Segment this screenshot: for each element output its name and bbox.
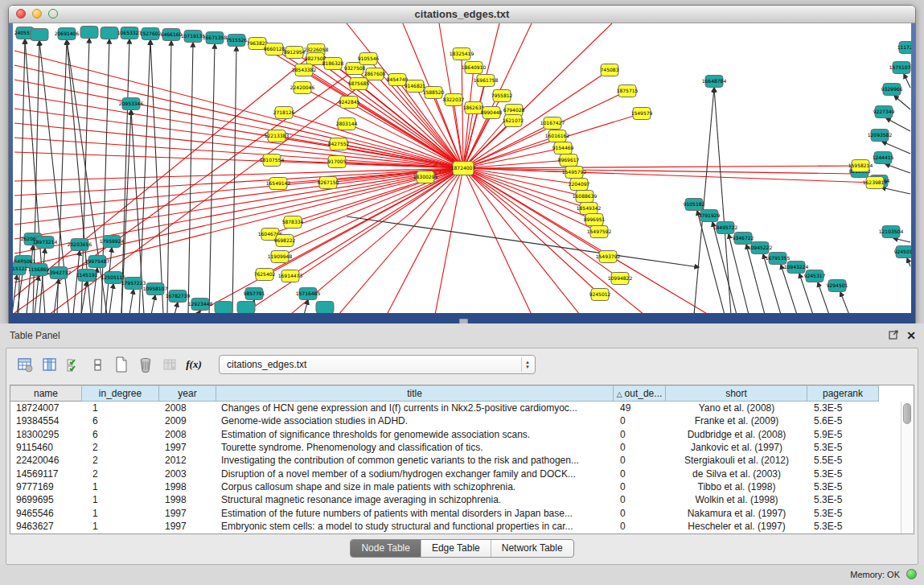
graph-edge[interactable]	[463, 168, 875, 183]
table-cell[interactable]: 9115460	[10, 441, 82, 454]
table-cell[interactable]: 5.3E-5	[807, 493, 879, 506]
table-cell[interactable]: 0	[614, 507, 666, 520]
show-columns-checklist-icon[interactable]	[63, 354, 84, 375]
table-cell[interactable]: 1997	[159, 507, 216, 520]
table-cell[interactable]: 2003	[159, 468, 216, 480]
table-cell[interactable]: 5.3E-5	[807, 468, 879, 480]
column-header-pagerank[interactable]: pagerank	[807, 385, 879, 402]
network-canvas[interactable]: 2405572206914061065332715276026466160107…	[13, 23, 911, 313]
table-row[interactable]: 946362711997Embryonic stem cells: a mode…	[10, 520, 901, 533]
graph-edge[interactable]	[14, 51, 463, 168]
column-header-short[interactable]: short	[666, 385, 807, 402]
table-cell[interactable]: Estimation of significance thresholds fo…	[216, 428, 614, 441]
graph-edge[interactable]	[347, 216, 699, 267]
table-row[interactable]: 1938455462009Genome-wide association stu…	[10, 414, 901, 427]
table-cell[interactable]: Hescheler et al. (1997)	[666, 520, 807, 533]
table-cell[interactable]: 9699695	[10, 493, 82, 506]
table-cell[interactable]: de Silva et al. (2003)	[666, 468, 807, 480]
zoom-window-button[interactable]	[48, 9, 58, 19]
table-row[interactable]: 969969511998Structural magnetic resonanc…	[10, 493, 901, 506]
table-cell[interactable]: Wolkin et al. (1998)	[666, 493, 807, 506]
graph-node[interactable]	[80, 27, 98, 39]
tab-network-table[interactable]: Network Table	[491, 540, 573, 557]
table-row[interactable]: 911546021997Tourette syndrome. Phenomeno…	[10, 441, 901, 454]
table-cell[interactable]: Genome-wide association studies in ADHD.	[216, 414, 614, 427]
table-row[interactable]: 1872400712008Changes of HCN gene express…	[10, 402, 901, 414]
graph-edge[interactable]	[435, 168, 463, 313]
graph-edge[interactable]	[284, 113, 463, 168]
graph-edge[interactable]	[463, 91, 627, 168]
table-cell[interactable]: 1	[82, 520, 159, 533]
graph-edge[interactable]	[463, 166, 860, 168]
table-cell[interactable]: Embryonic stem cells: a model to study s…	[216, 520, 614, 533]
table-cell[interactable]: 0	[614, 454, 666, 467]
table-cell[interactable]: 0	[614, 480, 666, 493]
graph-edge[interactable]	[73, 251, 80, 313]
stacked-rows-icon[interactable]	[87, 354, 108, 375]
table-cell[interactable]: 5.9E-5	[807, 428, 879, 441]
graph-edge[interactable]	[893, 238, 910, 242]
table-cell[interactable]: 2	[82, 454, 159, 467]
table-cell[interactable]: 0	[614, 414, 666, 427]
table-scrollbar[interactable]	[901, 402, 914, 534]
table-cell[interactable]: 1	[82, 493, 159, 506]
table-cell[interactable]: 6	[82, 428, 159, 441]
graph-edge[interactable]	[907, 258, 910, 266]
table-cell[interactable]: Tourette syndrome. Phenomenology and cla…	[216, 441, 614, 454]
graph-edge[interactable]	[886, 118, 910, 131]
graph-edge[interactable]	[885, 164, 910, 173]
column-header-title[interactable]: title	[216, 385, 614, 402]
graph-edge[interactable]	[109, 284, 113, 313]
table-cell[interactable]: 0	[614, 520, 666, 533]
table-cell[interactable]: 5.3E-5	[807, 507, 879, 520]
graph-edge[interactable]	[840, 292, 849, 313]
graph-edge[interactable]	[463, 160, 569, 168]
graph-edge[interactable]	[463, 168, 644, 313]
graph-edge[interactable]	[304, 70, 463, 168]
graph-edge[interactable]	[35, 276, 39, 313]
table-cell[interactable]: 2	[82, 468, 159, 480]
table-select-dropdown[interactable]: citations_edges.txt ▲▼	[219, 355, 536, 374]
float-panel-icon[interactable]	[889, 328, 899, 343]
table-cell[interactable]: Jankovic et al. (1997)	[666, 441, 807, 454]
graph-node[interactable]	[316, 302, 334, 314]
table-cell[interactable]: Dudbridge et al. (2008)	[666, 428, 807, 441]
table-cell[interactable]: 1997	[159, 520, 216, 533]
table-cell[interactable]: 18300295	[10, 428, 82, 441]
table-cell[interactable]: Structural magnetic resonance image aver…	[216, 493, 614, 506]
graph-edge[interactable]	[13, 275, 17, 313]
new-column-icon[interactable]	[111, 354, 132, 375]
graph-edge[interactable]	[904, 74, 910, 88]
table-cell[interactable]: Changes of HCN gene expression and I(f) …	[216, 402, 614, 414]
table-row[interactable]: 1830029562008Estimation of significance …	[10, 428, 901, 441]
column-header-in_degree[interactable]: in_degree	[82, 385, 159, 402]
minimize-window-button[interactable]	[32, 9, 42, 19]
delete-trash-icon[interactable]	[135, 354, 156, 375]
column-header-year[interactable]: year	[159, 385, 216, 402]
table-cell[interactable]: Nakamura et al. (1997)	[666, 507, 807, 520]
table-cell[interactable]: Tibbo et al. (1998)	[666, 480, 807, 493]
graph-edge[interactable]	[14, 94, 463, 168]
table-cell[interactable]: Corpus callosum shape and size in male p…	[216, 480, 614, 493]
graph-edge[interactable]	[14, 168, 463, 268]
graph-edge[interactable]	[387, 168, 463, 313]
table-cell[interactable]: Disruption of a novel member of a sodium…	[216, 468, 614, 480]
graph-edge[interactable]	[729, 234, 749, 313]
graph-edge[interactable]	[463, 168, 856, 174]
graph-edge[interactable]	[894, 96, 910, 109]
table-cell[interactable]: 1997	[159, 441, 216, 454]
tab-node-table[interactable]: Node Table	[351, 540, 421, 557]
network-canvas-svg[interactable]: 2405572206914061065332715276026466160107…	[13, 23, 911, 313]
graph-edge[interactable]	[188, 43, 193, 313]
graph-edge[interactable]	[881, 187, 910, 194]
table-cell[interactable]: Estimation of the future numbers of pati…	[216, 507, 614, 520]
graph-edge[interactable]	[746, 245, 765, 313]
table-cell[interactable]: 5.5E-5	[807, 454, 879, 467]
table-cell[interactable]: 2	[82, 441, 159, 454]
graph-node[interactable]	[237, 302, 255, 314]
table-cell[interactable]: 19384554	[10, 414, 82, 427]
table-cell[interactable]: 22420046	[10, 454, 82, 467]
table-cell[interactable]: 2009	[159, 414, 216, 427]
graph-node[interactable]	[31, 29, 48, 41]
scrollbar-thumb[interactable]	[903, 403, 911, 424]
